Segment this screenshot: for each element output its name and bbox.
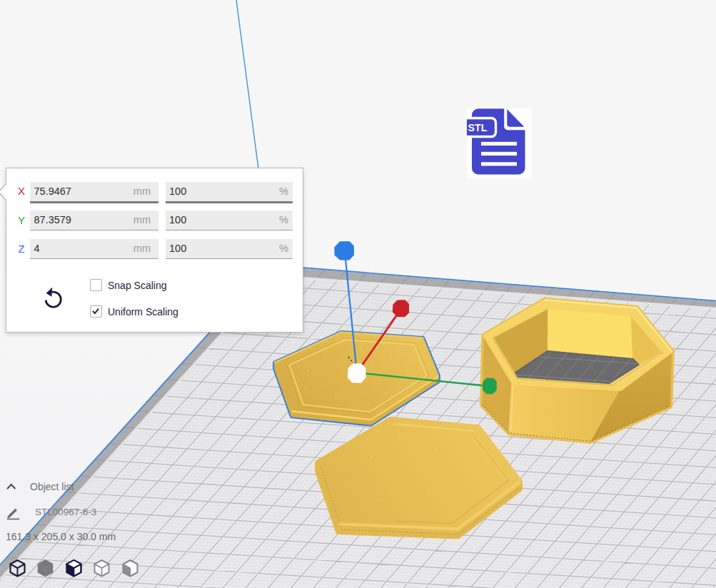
svg-text:STL: STL bbox=[468, 122, 488, 133]
